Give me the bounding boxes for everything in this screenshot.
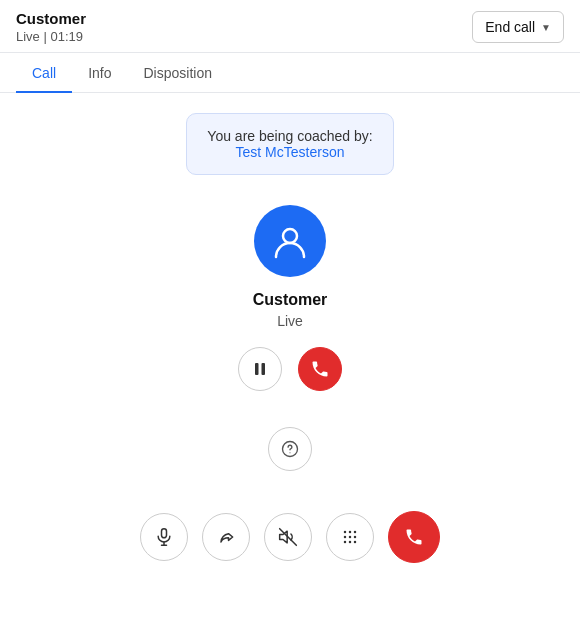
dialpad-button[interactable] (326, 513, 374, 561)
speaker-icon (278, 527, 298, 547)
svg-rect-1 (255, 363, 259, 375)
header-title: Customer (16, 10, 86, 27)
end-call-icon (404, 527, 424, 547)
end-call-bottom-button[interactable] (388, 511, 440, 563)
primary-call-controls (238, 347, 342, 391)
svg-point-12 (354, 531, 357, 534)
end-call-label: End call (485, 19, 535, 35)
main-content: You are being coached by: Test McTesters… (0, 93, 580, 583)
pause-button[interactable] (238, 347, 282, 391)
svg-point-16 (344, 541, 347, 544)
tab-call[interactable]: Call (16, 53, 72, 93)
coaching-message: You are being coached by: (207, 128, 372, 144)
svg-point-15 (354, 536, 357, 539)
svg-point-17 (349, 541, 352, 544)
hangup-button[interactable] (298, 347, 342, 391)
help-button[interactable] (268, 427, 312, 471)
question-mark-icon (281, 440, 299, 458)
tab-disposition[interactable]: Disposition (127, 53, 227, 93)
dialpad-icon (340, 527, 360, 547)
end-call-button[interactable]: End call ▼ (472, 11, 564, 43)
contact-avatar (254, 205, 326, 277)
contact-status: Live (277, 313, 303, 329)
svg-point-0 (283, 229, 297, 243)
bottom-controls (140, 511, 440, 563)
svg-point-4 (289, 452, 290, 453)
tabs-bar: Call Info Disposition (0, 53, 580, 93)
speaker-button[interactable] (264, 513, 312, 561)
coach-name: Test McTesterson (236, 144, 345, 160)
hangup-icon (310, 359, 330, 379)
microphone-button[interactable] (140, 513, 188, 561)
header: Customer Live | 01:19 End call ▼ (0, 0, 580, 53)
chevron-down-icon: ▼ (541, 22, 551, 33)
svg-point-14 (349, 536, 352, 539)
pause-icon (252, 361, 268, 377)
svg-line-9 (280, 529, 297, 546)
forward-icon (216, 527, 236, 547)
header-subtitle: Live | 01:19 (16, 29, 86, 44)
svg-point-11 (349, 531, 352, 534)
forward-button[interactable] (202, 513, 250, 561)
user-icon (270, 221, 310, 261)
coaching-banner: You are being coached by: Test McTesters… (186, 113, 393, 175)
tab-info[interactable]: Info (72, 53, 127, 93)
svg-rect-5 (162, 529, 167, 538)
svg-point-13 (344, 536, 347, 539)
svg-rect-2 (262, 363, 266, 375)
microphone-icon (154, 527, 174, 547)
svg-point-18 (354, 541, 357, 544)
svg-point-10 (344, 531, 347, 534)
header-info: Customer Live | 01:19 (16, 10, 86, 44)
contact-name: Customer (253, 291, 328, 309)
